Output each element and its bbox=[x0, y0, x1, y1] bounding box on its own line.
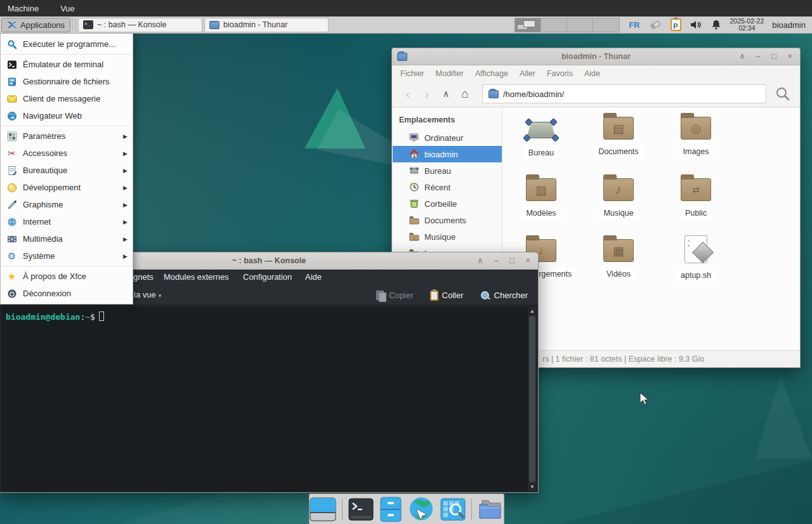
taskbar-button-konsole[interactable]: >_ ~ : bash — Konsole bbox=[78, 18, 202, 32]
menu-signets-fragment[interactable]: gnets bbox=[133, 272, 154, 282]
sidebar-item-ordinateur[interactable]: Ordinateur bbox=[393, 129, 502, 146]
vbox-menu-machine[interactable]: Machine bbox=[8, 4, 39, 13]
menu-item-multimedia[interactable]: Multimédia ▶ bbox=[1, 230, 133, 247]
taskbar-button-thunar[interactable]: bioadmin - Thunar bbox=[204, 18, 329, 32]
search-icon[interactable] bbox=[775, 86, 790, 102]
scrollbar-thumb[interactable] bbox=[529, 316, 535, 482]
menu-item-a-propos[interactable]: ★ À propos de Xfce bbox=[1, 268, 133, 285]
back-icon[interactable]: ‹ bbox=[398, 86, 417, 102]
file-aptup-sh[interactable]: aptup.sh bbox=[659, 234, 733, 281]
workspace-pager[interactable] bbox=[514, 18, 620, 32]
minimize-button[interactable]: – bbox=[753, 51, 763, 62]
menu-modifier[interactable]: Modifier bbox=[430, 69, 469, 78]
thunar-titlebar[interactable]: bioadmin - Thunar ∧ – □ × bbox=[392, 48, 800, 65]
menu-aller[interactable]: Aller bbox=[514, 69, 541, 78]
applications-menu: Exécuter le programme... Émulateur de te… bbox=[0, 34, 133, 305]
terminal-icon bbox=[348, 498, 374, 521]
menu-favoris[interactable]: Favoris bbox=[541, 69, 579, 78]
file-documents[interactable]: ▤ Documents bbox=[582, 112, 655, 157]
menu-item-navigateur[interactable]: Navigateur Web bbox=[1, 107, 133, 124]
dock-web-browser-button[interactable] bbox=[408, 497, 435, 521]
scroll-up-icon[interactable]: ▲ bbox=[528, 307, 537, 315]
close-button[interactable]: × bbox=[523, 256, 533, 266]
workspace-3[interactable] bbox=[567, 18, 593, 32]
file-modeles[interactable]: ▥ Modèles bbox=[504, 173, 578, 219]
keyboard-layout-indicator[interactable]: FR bbox=[629, 20, 639, 30]
system-tray: FR P 2025-02-22 02:34 bioadmin bbox=[626, 18, 812, 32]
menu-item-deconnexion[interactable]: Déconnexion bbox=[1, 285, 133, 302]
file-images[interactable]: ◎ Images bbox=[659, 112, 733, 157]
thunar-menubar: Fichier Modifier Affichage Aller Favoris… bbox=[392, 65, 800, 81]
shade-button[interactable]: ∧ bbox=[737, 51, 747, 62]
workspace-2[interactable] bbox=[541, 18, 567, 32]
menu-item-systeme[interactable]: ⚙ Système ▶ bbox=[1, 247, 133, 265]
menu-aide[interactable]: Aide bbox=[305, 272, 322, 282]
scroll-down-icon[interactable]: ▼ bbox=[528, 483, 537, 491]
file-videos[interactable]: ▦ Vidéos bbox=[582, 234, 655, 280]
clipboard-manager-icon[interactable]: P bbox=[671, 18, 681, 31]
sidebar-item-musique[interactable]: ♪ Musique bbox=[393, 228, 502, 245]
menu-item-gestionnaire-fichiers[interactable]: Gestionnaire de fichiers bbox=[1, 73, 133, 90]
copy-button[interactable]: Copier bbox=[376, 291, 413, 301]
dock-file-manager-button[interactable] bbox=[379, 497, 402, 521]
shade-button[interactable]: ∧ bbox=[475, 256, 485, 266]
menu-affichage[interactable]: Affichage bbox=[469, 69, 514, 78]
folder-icon: ♪ bbox=[409, 232, 419, 242]
menu-item-bureautique[interactable]: Bureautique ▶ bbox=[1, 162, 133, 179]
menu-item-terminal[interactable]: Émulateur de terminal bbox=[1, 56, 133, 73]
sidebar-item-recent[interactable]: Récent bbox=[393, 179, 502, 195]
tablet-eraser-icon[interactable] bbox=[648, 18, 662, 31]
volume-icon[interactable] bbox=[690, 19, 702, 30]
file-musique[interactable]: ♪ Musique bbox=[582, 173, 655, 219]
menu-item-messagerie[interactable]: Client de messagerie bbox=[1, 90, 133, 107]
show-desktop-button[interactable] bbox=[310, 497, 336, 521]
menu-item-executer[interactable]: Exécuter le programme... bbox=[1, 36, 133, 53]
file-public[interactable]: ⇄ Public bbox=[659, 173, 733, 219]
paste-button[interactable]: Coller bbox=[430, 291, 464, 301]
up-icon[interactable]: ∧ bbox=[436, 88, 455, 100]
menu-aide[interactable]: Aide bbox=[579, 69, 606, 78]
notification-bell-icon[interactable] bbox=[710, 19, 722, 30]
file-bureau[interactable]: Bureau bbox=[504, 112, 578, 159]
close-button[interactable]: × bbox=[785, 51, 795, 62]
sidebar-item-corbeille[interactable]: Corbeille bbox=[393, 195, 502, 212]
workspace-1[interactable] bbox=[515, 18, 541, 32]
globe-cursor-icon bbox=[408, 496, 435, 523]
forward-icon[interactable]: › bbox=[417, 86, 436, 102]
dock-app-finder-button[interactable] bbox=[440, 497, 466, 521]
maximize-button[interactable]: □ bbox=[769, 51, 779, 62]
applications-button[interactable]: Applications bbox=[1, 18, 70, 32]
menu-modules-externes[interactable]: Modules externes bbox=[164, 272, 229, 282]
terminal-area[interactable]: bioadmin@debian:~$ bbox=[1, 306, 537, 492]
path-bar[interactable]: /home/bioadmin/ bbox=[482, 84, 766, 103]
menu-configuration[interactable]: Configuration bbox=[243, 272, 292, 282]
menu-item-accessoires[interactable]: ✂ Accessoires ▶ bbox=[1, 145, 133, 162]
multimedia-icon bbox=[6, 233, 17, 244]
menu-item-parametres[interactable]: Paramètres ▶ bbox=[1, 128, 133, 145]
menu-fichier[interactable]: Fichier bbox=[395, 69, 430, 78]
home-icon[interactable]: ⌂ bbox=[455, 87, 475, 101]
dock-folder-button[interactable] bbox=[477, 497, 504, 521]
thunar-file-pane[interactable]: Bureau ▤ Documents ◎ Images ▥ Modèles ♪ … bbox=[502, 108, 799, 350]
clock[interactable]: 2025-02-22 02:34 bbox=[730, 18, 764, 32]
xfce-panel: Applications >_ ~ : bash — Konsole bioad… bbox=[0, 16, 812, 34]
maximize-button[interactable]: □ bbox=[507, 256, 517, 266]
menu-item-developpement[interactable]: Développement ▶ bbox=[1, 179, 133, 196]
menu-item-internet[interactable]: Internet ▶ bbox=[1, 213, 133, 230]
shell-script-icon bbox=[684, 235, 707, 263]
settings-icon bbox=[6, 131, 17, 141]
find-button[interactable]: Chercher bbox=[480, 291, 528, 301]
workspace-4[interactable] bbox=[593, 18, 619, 32]
sidebar-item-bioadmin[interactable]: bioadmin bbox=[393, 146, 502, 162]
sidebar-item-documents[interactable]: Documents bbox=[393, 212, 502, 228]
thunar-icon bbox=[209, 21, 219, 29]
menu-item-graphisme[interactable]: Graphisme ▶ bbox=[1, 196, 133, 213]
panel-grip bbox=[72, 19, 76, 30]
minimize-button[interactable]: – bbox=[491, 256, 501, 266]
terminal-scrollbar[interactable]: ▲ ▼ bbox=[528, 307, 537, 491]
vbox-menu-vue[interactable]: Vue bbox=[60, 4, 75, 13]
dock-terminal-button[interactable] bbox=[348, 497, 374, 521]
split-view-button-fragment[interactable]: la vue▾ bbox=[134, 290, 161, 299]
sidebar-item-bureau[interactable]: Bureau bbox=[393, 162, 502, 179]
terminal-cursor bbox=[99, 311, 104, 321]
